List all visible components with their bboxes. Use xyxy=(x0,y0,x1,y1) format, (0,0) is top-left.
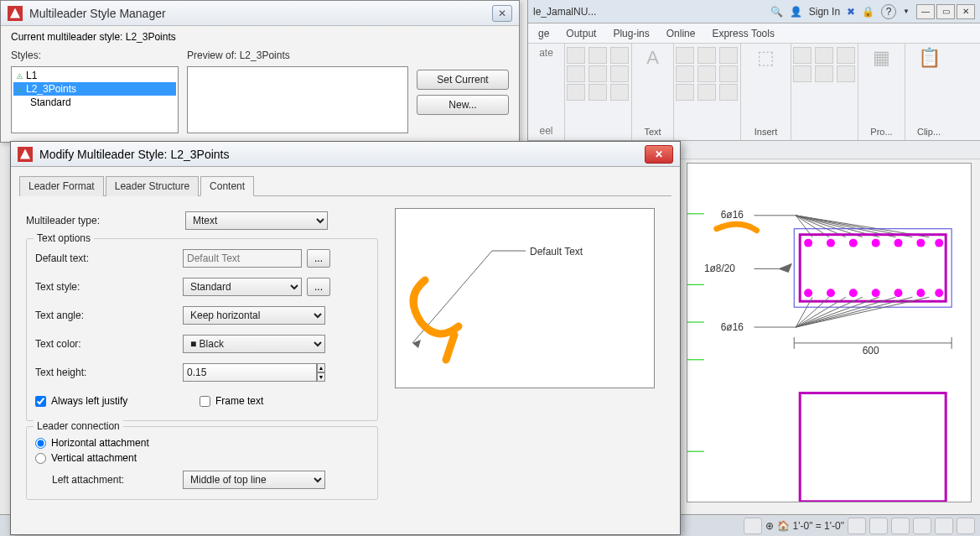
exchange-icon[interactable]: ✖ xyxy=(847,6,855,18)
text-angle-label: Text angle: xyxy=(35,310,183,321)
text-style-browse-button[interactable]: ... xyxy=(307,278,330,296)
properties-icon: ▦ xyxy=(873,47,890,69)
default-text-input[interactable] xyxy=(183,249,302,268)
ribbon-panel-insert[interactable]: ⬚ Insert xyxy=(741,44,791,140)
coord-icon[interactable]: ⊕ xyxy=(765,520,774,532)
ribbon-tool-icon[interactable] xyxy=(837,47,855,64)
signin-link[interactable]: Sign In xyxy=(809,6,840,18)
ribbon-tool-icon[interactable] xyxy=(589,65,607,82)
text-height-spinner[interactable]: ▲▼ xyxy=(183,363,325,382)
horizontal-attachment-radio[interactable] xyxy=(35,438,46,449)
default-text-label: Default text: xyxy=(35,252,183,264)
status-btn[interactable] xyxy=(913,518,931,534)
status-btn[interactable] xyxy=(957,518,975,534)
lock-icon[interactable]: 🔒 xyxy=(862,6,874,18)
tab-leader-format[interactable]: Leader Format xyxy=(19,176,104,196)
ribbon-tool-icon[interactable] xyxy=(567,84,585,101)
ribbon-tool-icon[interactable] xyxy=(793,47,811,64)
tab-leader-structure[interactable]: Leader Structure xyxy=(106,176,199,196)
status-btn[interactable] xyxy=(935,518,953,534)
ribbon-mini-grid xyxy=(676,47,739,101)
spin-up-icon[interactable]: ▲ xyxy=(317,363,325,372)
menu-item[interactable]: Output xyxy=(566,28,596,39)
menu-item[interactable]: Express Tools xyxy=(712,28,774,39)
always-left-justify-checkbox[interactable] xyxy=(35,396,46,407)
menu-item[interactable]: Online xyxy=(666,28,696,39)
ribbon-label: Insert xyxy=(754,127,778,137)
styles-label: Styles: xyxy=(11,49,179,61)
ribbon-tool-icon[interactable] xyxy=(697,65,716,82)
frame-text-checkbox[interactable] xyxy=(200,396,210,407)
modify-titlebar[interactable]: Modify Multileader Style: L2_3Points ✕ xyxy=(11,142,680,167)
preview-label: Preview of: L2_3Points xyxy=(187,49,408,61)
ribbon-tool-icon[interactable] xyxy=(676,84,694,101)
ribbon-tool-icon[interactable] xyxy=(815,65,833,82)
close-icon[interactable]: ✕ xyxy=(492,5,512,22)
text-color-select[interactable]: ■ Black xyxy=(183,335,325,353)
status-btn[interactable] xyxy=(744,518,762,534)
help-dropdown-icon[interactable]: ▼ xyxy=(903,8,910,15)
ribbon-tool-icon[interactable] xyxy=(610,65,629,82)
set-current-button[interactable]: Set Current xyxy=(417,70,509,90)
svg-text:600: 600 xyxy=(863,345,879,356)
ribbon-tool-icon[interactable] xyxy=(837,65,855,82)
help-icon[interactable]: ? xyxy=(881,4,896,19)
ribbon-tool-icon[interactable] xyxy=(697,84,716,101)
ribbon-tool-icon[interactable] xyxy=(719,84,738,101)
svg-point-16 xyxy=(804,239,812,247)
spin-down-icon[interactable]: ▼ xyxy=(317,372,325,382)
bg-title-text: le_JamalNU... xyxy=(533,6,764,18)
ribbon-panel-pro[interactable]: ▦ Pro... xyxy=(858,44,905,140)
svg-point-20 xyxy=(894,239,903,247)
ribbon-tool-icon[interactable] xyxy=(676,47,694,64)
close-button[interactable]: ✕ xyxy=(645,145,673,164)
window-buttons: — ▭ ✕ xyxy=(916,4,975,19)
multileader-type-label: Multileader type: xyxy=(26,215,185,226)
ribbon-tool-icon[interactable] xyxy=(610,84,629,101)
status-btn[interactable] xyxy=(869,518,888,534)
ribbon-tool-icon[interactable] xyxy=(815,47,833,64)
ribbon-tool-icon[interactable] xyxy=(567,47,585,64)
ribbon-tool-icon[interactable] xyxy=(610,47,629,64)
new-button[interactable]: New... xyxy=(417,95,509,115)
text-options-legend: Text options xyxy=(34,232,94,244)
menu-item[interactable]: ge xyxy=(538,28,549,39)
text-style-select[interactable]: Standard xyxy=(183,278,302,296)
menu-item[interactable]: Plug-ins xyxy=(613,28,649,39)
bg-title-bar: le_JamalNU... 🔍 👤 Sign In ✖ 🔒 ? ▼ — ▭ ✕ xyxy=(528,0,980,23)
minimize-button[interactable]: — xyxy=(916,4,935,19)
drawing-canvas[interactable]: 6ø16 1ø8/20 xyxy=(687,163,972,502)
ribbon-tool-icon[interactable] xyxy=(793,65,811,82)
status-btn[interactable] xyxy=(848,518,866,534)
ribbon-tool-icon[interactable] xyxy=(567,65,585,82)
ribbon-panel-clip[interactable]: 📋 Clip... xyxy=(905,44,952,140)
user-icon[interactable]: 👤 xyxy=(790,6,802,18)
text-height-input[interactable] xyxy=(183,363,317,382)
left-attachment-select[interactable]: Middle of top line xyxy=(183,471,325,489)
restore-button[interactable]: ▭ xyxy=(936,4,955,19)
ribbon-panel-text[interactable]: A Text xyxy=(632,44,674,140)
modify-style-dialog: Modify Multileader Style: L2_3Points ✕ L… xyxy=(10,141,681,535)
svg-point-28 xyxy=(916,289,925,297)
text-height-label: Text height: xyxy=(35,367,183,378)
ribbon-tool-icon[interactable] xyxy=(697,47,716,64)
status-btn[interactable] xyxy=(891,518,910,534)
ribbon-tool-icon[interactable] xyxy=(676,65,694,82)
tab-content[interactable]: Content xyxy=(200,176,254,196)
ribbon-tool-icon[interactable] xyxy=(589,47,607,64)
multileader-type-select[interactable]: Mtext xyxy=(185,211,328,230)
scale-icon[interactable]: 🏠 xyxy=(777,520,790,532)
vertical-attachment-radio[interactable] xyxy=(35,453,46,464)
ribbon-tool-icon[interactable] xyxy=(589,84,607,101)
close-button[interactable]: ✕ xyxy=(957,4,975,19)
text-options-group: Text options Default text: ... Text styl… xyxy=(26,238,378,421)
text-angle-select[interactable]: Keep horizontal xyxy=(183,306,325,325)
styles-listbox[interactable]: ◬L1 ◬L2_3Points Standard xyxy=(11,66,179,133)
default-text-browse-button[interactable]: ... xyxy=(307,249,330,268)
ribbon-tool-icon[interactable] xyxy=(719,47,738,64)
style-manager-titlebar[interactable]: Multileader Style Manager ✕ xyxy=(1,1,519,26)
svg-point-21 xyxy=(916,239,925,247)
binoculars-icon[interactable]: 🔍 xyxy=(770,6,783,18)
ribbon-tool-icon[interactable] xyxy=(719,65,738,82)
scale-readout[interactable]: 1'-0" = 1'-0" xyxy=(793,520,844,532)
